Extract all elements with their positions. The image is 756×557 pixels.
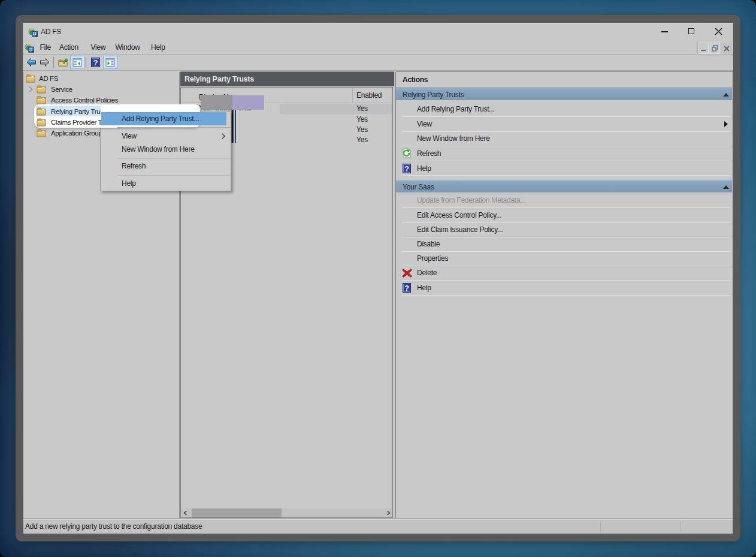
svg-text:?: ?	[404, 284, 409, 293]
svg-text:?: ?	[404, 165, 409, 173]
svg-text:?: ?	[93, 59, 98, 67]
